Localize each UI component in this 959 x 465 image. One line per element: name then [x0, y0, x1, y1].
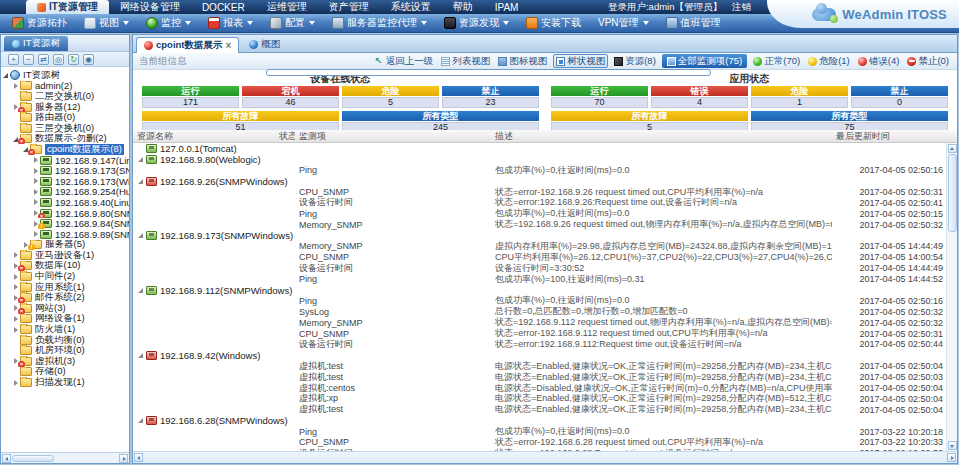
tree-expand-arrow[interactable] [13, 91, 20, 101]
tree-item[interactable]: 192.168.9.254(Huawei)- [1, 187, 129, 198]
toolbar-button[interactable]: 资源发现 [437, 15, 516, 32]
action-button[interactable]: 危险(1) [806, 54, 852, 68]
group-expand-arrow[interactable] [138, 220, 145, 229]
toolbar-button[interactable]: 服务器监控代理 [325, 15, 434, 32]
tree-item[interactable]: admin(2) [1, 81, 129, 92]
tree-item[interactable]: 192.168.9.84(SNMPWin [1, 218, 129, 229]
tree-item[interactable]: 虚拟机(3) [1, 356, 129, 367]
tree-item[interactable]: 机房环境(0) [1, 345, 129, 356]
group-expand-arrow[interactable] [138, 177, 145, 186]
tree-expand-arrow[interactable] [13, 113, 20, 123]
tree-item[interactable]: 数据库(10) [1, 261, 129, 272]
sidebar-tab-resource-tree[interactable]: IT资源树 [4, 36, 68, 51]
group-expand-arrow[interactable] [138, 438, 145, 447]
tree-item[interactable]: 存储(0) [1, 367, 129, 378]
tree-expand-arrow[interactable] [33, 155, 40, 165]
scroll-thumb[interactable] [12, 455, 54, 462]
table-row[interactable]: 虚拟机:test 电源状态=Enabled,健康状况=OK,正常运行时间(m)=… [133, 404, 946, 415]
toolbar-button[interactable]: 资源拓扑 [5, 15, 74, 32]
group-expand-arrow[interactable] [138, 405, 145, 414]
tree-expand-arrow[interactable] [13, 314, 20, 324]
search-icon[interactable] [53, 54, 64, 65]
group-expand-arrow[interactable] [138, 209, 145, 218]
action-button[interactable]: 错误(4) [856, 54, 902, 68]
group-expand-arrow[interactable] [138, 155, 145, 164]
tree-item[interactable]: 中间件(2) [1, 271, 129, 282]
group-expand-arrow[interactable] [138, 166, 145, 175]
tree-item[interactable]: 服务器(12) [1, 102, 129, 113]
group-expand-arrow[interactable] [138, 362, 145, 371]
tree-expand-arrow[interactable] [33, 197, 40, 207]
tree-expand-arrow[interactable] [13, 81, 20, 91]
group-expand-arrow[interactable] [138, 340, 145, 349]
action-button[interactable]: 禁止(0) [905, 54, 951, 68]
tree-item[interactable]: 三层交换机(0) [1, 123, 129, 134]
tree-item[interactable]: 防火墙(1) [1, 324, 129, 335]
group-expand-arrow[interactable] [138, 231, 145, 240]
table-row[interactable]: 设备运行时间 状态=error:192.168.6.28:Request tim… [133, 448, 946, 451]
scroll-left-arrow[interactable] [2, 454, 11, 463]
content-tab[interactable]: cpoint数据展示 [136, 37, 239, 53]
group-expand-arrow[interactable] [138, 198, 145, 207]
scroll-thumb[interactable] [948, 154, 957, 232]
action-button[interactable]: 图标视图 [496, 54, 549, 68]
tree-expand-arrow[interactable] [13, 250, 20, 260]
sidebar-hscrollbar[interactable] [1, 452, 129, 463]
refresh-icon[interactable] [68, 54, 79, 65]
action-button[interactable]: 正常(70) [751, 54, 802, 68]
group-expand-arrow[interactable] [138, 318, 145, 327]
tree-item[interactable]: 负载均衡(0) [1, 335, 129, 346]
tree-expand-arrow[interactable] [13, 282, 20, 292]
group-expand-arrow[interactable] [138, 144, 145, 153]
collapse-all-icon[interactable] [23, 54, 34, 65]
toolbar-button[interactable]: VPN管理 [591, 15, 656, 32]
menu-item[interactable]: 运维管理 [256, 0, 318, 14]
menu-item[interactable]: DOCKER [191, 0, 256, 14]
tree-expand-arrow[interactable] [33, 166, 40, 176]
action-button[interactable]: 资源(8) [612, 54, 658, 68]
group-expand-arrow[interactable] [138, 286, 145, 295]
group-expand-arrow[interactable] [138, 394, 145, 403]
menu-item[interactable]: 网络设备管理 [109, 0, 191, 14]
tree-item[interactable]: 亚马逊设备(1) [1, 250, 129, 261]
tree-expand-arrow[interactable] [3, 70, 10, 80]
tree-item[interactable]: 服务器(5) [1, 240, 129, 251]
table-row[interactable]: 127.0.0.1(Tomcat) [133, 143, 946, 154]
tree-expand-arrow[interactable] [13, 335, 20, 345]
expand-all-icon[interactable] [8, 54, 19, 65]
scroll-right-arrow[interactable] [947, 453, 956, 462]
action-button[interactable]: 列表视图 [439, 54, 492, 68]
group-expand-arrow[interactable] [138, 373, 145, 382]
scroll-left-arrow[interactable] [134, 453, 143, 462]
tree-item[interactable]: 网络设备(1) [1, 314, 129, 325]
tree-item[interactable]: cpoint数据展示(8) [1, 144, 129, 155]
group-expand-arrow[interactable] [138, 416, 145, 425]
tree-expand-arrow[interactable] [13, 378, 20, 388]
tree-item[interactable]: 192.168.9.173(SNMPWi [1, 165, 129, 176]
tree-item[interactable]: 应用系统(1) [1, 282, 129, 293]
group-expand-arrow[interactable] [138, 253, 145, 262]
toolbar-button[interactable]: 安装下载 [519, 15, 588, 32]
toolbar-button[interactable]: 值班管理 [659, 15, 728, 32]
group-expand-arrow[interactable] [138, 329, 145, 338]
table-row[interactable]: Ping 包成功率(%)=100,往返时间(ms)=0.31 2017-04-0… [133, 274, 946, 285]
tree-expand-arrow[interactable] [33, 187, 40, 197]
tree-expand-arrow[interactable] [13, 272, 20, 282]
scroll-right-arrow[interactable] [119, 454, 128, 463]
tree-expand-arrow[interactable] [33, 176, 40, 186]
logout-link[interactable]: 注销 [732, 1, 751, 14]
table-row[interactable]: Memory_SNMP 状态=192.168.9.26 request time… [133, 219, 946, 230]
table-row[interactable]: 设备运行时间 状态=error:192.168.9.112:Request ti… [133, 339, 946, 350]
toolbar-button[interactable]: 报表 [201, 15, 260, 32]
tree-expand-arrow[interactable] [13, 325, 20, 335]
group-expand-arrow[interactable] [138, 351, 145, 360]
tree-expand-arrow[interactable] [33, 229, 40, 239]
group-expand-arrow[interactable] [138, 275, 145, 284]
preview-icon[interactable] [83, 54, 94, 65]
scroll-up-arrow[interactable] [948, 144, 957, 153]
tree-item[interactable]: 192.168.9.147(Linux)-D [1, 155, 129, 166]
menu-item[interactable]: 帮助 [442, 0, 484, 14]
tree-expand-arrow[interactable] [13, 346, 20, 356]
menu-item[interactable]: 资产管理 [318, 0, 380, 14]
group-expand-arrow[interactable] [138, 188, 145, 197]
